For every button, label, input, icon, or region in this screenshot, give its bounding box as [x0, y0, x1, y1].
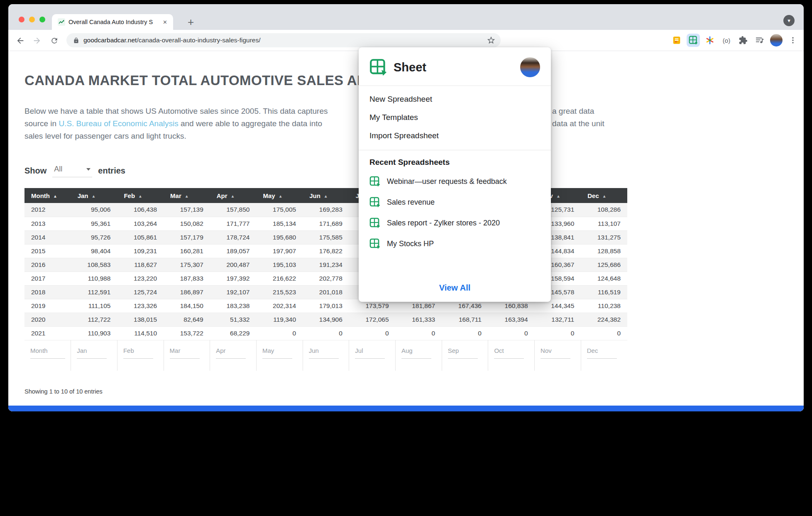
extensions-menu-button[interactable] — [736, 34, 750, 47]
column-header-jun[interactable]: Jun▲ — [303, 188, 349, 203]
filter-input-apr[interactable] — [216, 346, 246, 359]
recent-spreadsheet-item[interactable]: Sales revenue — [369, 192, 540, 213]
forward-arrow-icon — [32, 36, 42, 45]
recent-spreadsheet-item[interactable]: Sales report - Zylker stores - 2020 — [369, 213, 540, 233]
column-header-mar[interactable]: Mar▲ — [164, 188, 210, 203]
column-header-dec[interactable]: Dec▲ — [581, 188, 627, 203]
cell-value: 171,689 — [303, 217, 349, 230]
extension-asterisk-button[interactable] — [703, 34, 717, 47]
filter-input-may[interactable] — [262, 346, 292, 359]
filter-input-oct[interactable] — [494, 346, 524, 359]
cell-value: 202,314 — [256, 299, 303, 313]
close-window-button[interactable] — [19, 17, 24, 22]
bookmark-star-button[interactable] — [487, 36, 496, 46]
cell-month: 2017 — [24, 271, 71, 285]
menu-item-my-templates[interactable]: My Templates — [359, 108, 551, 127]
paragraph-text: sales level for passenger cars and light… — [24, 132, 186, 140]
cell-value: 224,382 — [581, 313, 627, 326]
sheet-file-icon — [369, 197, 380, 208]
filter-input-jan[interactable] — [77, 346, 107, 359]
filter-input-feb[interactable] — [123, 346, 153, 359]
cell-value: 175,585 — [303, 230, 349, 244]
cell-value: 108,286 — [581, 203, 627, 217]
zoom-window-button[interactable] — [39, 17, 45, 22]
chevron-down-icon — [86, 168, 90, 171]
column-header-feb[interactable]: Feb▲ — [117, 188, 164, 203]
extension-sheet-button[interactable] — [687, 34, 700, 47]
back-arrow-icon — [16, 36, 25, 45]
menu-item-import-spreadsheet[interactable]: Import Spreadsheet — [359, 127, 551, 145]
star-icon — [487, 36, 496, 45]
filter-input-month[interactable] — [30, 346, 65, 359]
cell-value: 132,711 — [535, 313, 581, 326]
cell-value: 0 — [535, 326, 581, 340]
back-button[interactable] — [15, 35, 26, 46]
filter-input-sep[interactable] — [448, 346, 478, 359]
filter-cell — [535, 340, 581, 371]
minimize-window-button[interactable] — [29, 17, 35, 22]
browser-menu-button[interactable] — [786, 34, 800, 47]
address-bar[interactable]: goodcarbadcar.net/canada-overall-auto-in… — [66, 33, 501, 47]
cell-value: 68,229 — [210, 326, 257, 340]
sort-asc-icon: ▲ — [92, 194, 96, 198]
filter-input-jul[interactable] — [355, 346, 385, 359]
recent-spreadsheet-item[interactable]: My Stocks HP — [369, 233, 540, 254]
column-header-jan[interactable]: Jan▲ — [71, 188, 117, 203]
menu-item-new-spreadsheet[interactable]: New Spreadsheet — [359, 90, 551, 108]
tab-search-button[interactable]: ▾ — [783, 15, 795, 26]
filter-cell — [24, 340, 71, 371]
column-header-may[interactable]: May▲ — [256, 188, 303, 203]
view-all-link[interactable]: View All — [359, 277, 551, 302]
target-icon: (o) — [723, 37, 730, 44]
recent-spreadsheet-item[interactable]: Webinar—user requests & feedback — [369, 171, 540, 192]
show-label: Show — [24, 166, 46, 176]
column-label: Jan — [78, 192, 88, 199]
extension-target-button[interactable]: (o) — [720, 34, 733, 47]
table-row: 2020112,722138,01582,64951,332119,340134… — [24, 313, 627, 326]
filter-cell — [442, 340, 488, 371]
extension-notes-button[interactable] — [670, 34, 683, 47]
cell-value: 138,015 — [117, 313, 164, 326]
sheet-extension-popup: Sheet New SpreadsheetMy TemplatesImport … — [359, 47, 551, 302]
profile-avatar[interactable] — [520, 57, 540, 77]
sort-asc-icon: ▲ — [53, 194, 57, 198]
sheet-file-icon — [369, 218, 380, 228]
sort-asc-icon: ▲ — [185, 194, 189, 198]
recent-spreadsheets-title: Recent Spreadsheets — [369, 158, 540, 167]
asterisk-icon — [705, 36, 714, 45]
filter-input-mar[interactable] — [170, 346, 200, 359]
cell-value: 128,858 — [581, 244, 627, 258]
profile-button[interactable] — [770, 34, 783, 47]
cell-value: 197,392 — [210, 271, 257, 285]
entries-label: entries — [98, 166, 125, 176]
filter-input-jun[interactable] — [309, 346, 339, 359]
cell-value: 114,510 — [117, 326, 164, 340]
forward-button[interactable] — [32, 35, 42, 46]
cell-value: 109,231 — [117, 244, 164, 258]
filter-input-nov[interactable] — [541, 346, 570, 359]
column-label: Mar — [170, 192, 181, 199]
browser-tab[interactable]: Overall Canada Auto Industry S ✕ — [52, 14, 173, 30]
sort-asc-icon: ▲ — [556, 194, 560, 198]
filter-input-dec[interactable] — [587, 346, 617, 359]
tab-close-icon[interactable]: ✕ — [161, 18, 169, 26]
cell-value: 112,722 — [71, 313, 117, 326]
cell-value: 0 — [442, 326, 488, 340]
reload-icon — [50, 37, 59, 45]
cell-value: 110,988 — [71, 271, 117, 285]
column-label: Feb — [124, 192, 135, 199]
new-tab-button[interactable]: + — [188, 15, 194, 29]
media-playlist-button[interactable] — [753, 34, 766, 47]
entries-length-select[interactable]: All — [52, 164, 92, 177]
cell-value: 116,519 — [581, 285, 627, 299]
filter-input-aug[interactable] — [401, 346, 431, 359]
bea-link[interactable]: U.S. Bureau of Economic Analysis — [59, 119, 178, 128]
recent-spreadsheet-label: My Stocks HP — [387, 240, 434, 248]
cell-value: 157,139 — [164, 203, 210, 217]
cell-value: 202,778 — [303, 271, 349, 285]
lock-icon[interactable] — [73, 37, 79, 44]
column-header-month[interactable]: Month▲ — [24, 188, 71, 203]
column-header-apr[interactable]: Apr▲ — [210, 188, 257, 203]
sheet-file-icon — [369, 176, 380, 187]
reload-button[interactable] — [49, 35, 60, 46]
